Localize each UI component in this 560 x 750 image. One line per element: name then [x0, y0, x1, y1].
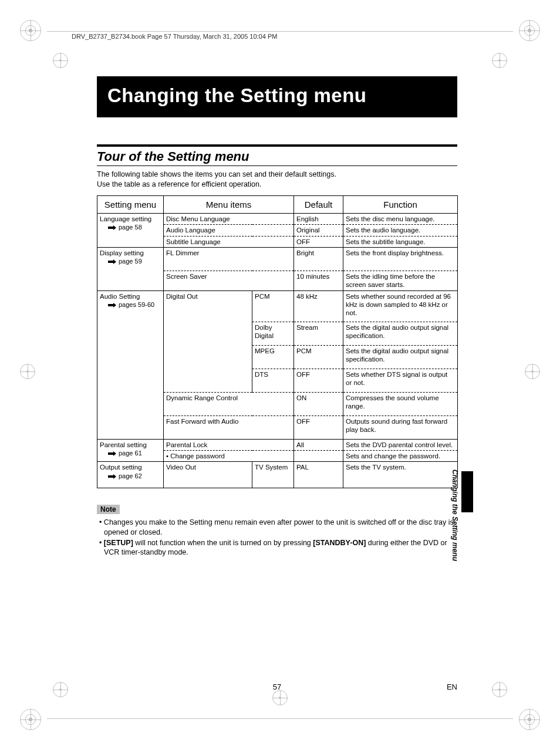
note-bold: [SETUP] — [104, 539, 133, 547]
crop-line — [47, 718, 513, 719]
language-code: EN — [447, 683, 457, 691]
page-ref-arrow-icon — [108, 451, 116, 456]
col-header-function: Function — [343, 195, 458, 213]
chapter-title: Changing the Setting menu — [97, 76, 457, 117]
item-function: Sets the digital audio output signal spe… — [343, 322, 458, 345]
page-ref-arrow-icon — [108, 474, 116, 479]
category-cell: Language setting page 58 — [97, 213, 164, 247]
running-head: DRV_B2737_B2734.book Page 57 Thursday, M… — [72, 33, 277, 40]
page-ref: page 59 — [119, 258, 142, 266]
category-name: Language setting — [100, 215, 161, 223]
page-ref: page 58 — [119, 224, 142, 232]
item-name: Audio Language — [164, 225, 294, 236]
item-function: Sets the TV system. — [343, 462, 458, 488]
item-name: Digital Out — [164, 290, 252, 392]
registration-mark-icon — [20, 709, 41, 730]
side-thumb-tab — [461, 471, 473, 512]
item-default: 10 minutes — [294, 271, 343, 290]
category-cell: Parental setting page 61 — [97, 439, 164, 462]
item-function: Sets whether sound recorded at 96 kHz is… — [343, 290, 458, 322]
col-header-default: Default — [294, 195, 343, 213]
note-item: Changes you make to the Setting menu rem… — [99, 518, 457, 537]
crop-line — [47, 31, 513, 32]
registration-mark-icon — [53, 53, 68, 68]
item-default: All — [294, 439, 343, 450]
intro-line: Use the table as a reference for efficie… — [97, 180, 262, 188]
item-function: Sets the DVD parental control level. — [343, 439, 458, 450]
col-header-menu-items: Menu items — [164, 195, 294, 213]
item-function: Compresses the sound volume range. — [343, 392, 458, 415]
item-function: Sets whether DTS signal is output or not… — [343, 369, 458, 392]
category-name: Display setting — [100, 249, 161, 257]
page-footer: 57 EN — [97, 683, 457, 691]
section-title: Tour of the Setting menu — [97, 149, 457, 166]
item-default: Bright — [294, 247, 343, 271]
item-default: PCM — [294, 345, 343, 369]
section-divider — [97, 144, 457, 147]
page: DRV_B2737_B2734.book Page 57 Thursday, M… — [0, 0, 560, 750]
registration-mark-icon — [272, 690, 288, 705]
item-default: PAL — [294, 462, 343, 488]
sub-item-name: PCM — [252, 290, 294, 322]
registration-mark-icon — [519, 20, 540, 41]
registration-mark-icon — [492, 53, 507, 68]
page-ref: pages 59-60 — [119, 301, 154, 309]
intro-line: The following table shows the items you … — [97, 170, 336, 178]
item-function: Sets and change the password. — [343, 451, 458, 462]
item-function: Sets the front display brightness. — [343, 247, 458, 271]
note-label: Note — [97, 505, 120, 514]
item-default: OFF — [294, 236, 343, 247]
category-name: Audio Setting — [100, 292, 161, 300]
registration-mark-icon — [525, 364, 540, 379]
item-name: Parental Lock — [164, 439, 294, 450]
sub-item-name: MPEG — [252, 345, 294, 369]
item-name: • Change password — [164, 451, 294, 462]
note-text: will not function when the unit is turne… — [133, 539, 313, 547]
registration-mark-icon — [492, 682, 507, 697]
item-default: ON — [294, 392, 343, 415]
page-ref: page 61 — [119, 450, 142, 458]
category-cell: Audio Setting pages 59-60 — [97, 290, 164, 439]
category-name: Output setting — [100, 463, 161, 471]
sub-item-name: DTS — [252, 369, 294, 392]
item-function: Sets the audio language. — [343, 225, 458, 236]
item-default: Original — [294, 225, 343, 236]
registration-mark-icon — [519, 709, 540, 730]
sub-item-name: TV System — [252, 462, 294, 488]
settings-table: Setting menu Menu items Default Function… — [97, 195, 458, 489]
item-default: English — [294, 213, 343, 224]
category-name: Parental setting — [100, 441, 161, 449]
page-ref-arrow-icon — [108, 259, 116, 264]
registration-mark-icon — [20, 20, 41, 41]
item-name: Disc Menu Language — [164, 213, 294, 224]
note-block: Note Changes you make to the Setting men… — [97, 505, 457, 557]
item-name: Fast Forward with Audio — [164, 415, 294, 439]
registration-mark-icon — [53, 682, 68, 697]
note-item: [SETUP] will not function when the unit … — [99, 538, 457, 558]
item-name: Screen Saver — [164, 271, 294, 290]
item-function: Outputs sound during fast forward play b… — [343, 415, 458, 439]
item-function: Sets the subtitle language. — [343, 236, 458, 247]
item-default: Stream — [294, 322, 343, 345]
item-default: OFF — [294, 369, 343, 392]
page-number: 57 — [273, 683, 281, 691]
item-default: OFF — [294, 415, 343, 439]
registration-mark-icon — [20, 364, 35, 379]
content-area: Changing the Setting menu Tour of the Se… — [97, 76, 457, 558]
page-ref-arrow-icon — [108, 303, 116, 308]
sub-item-name: Dolby Digital — [252, 322, 294, 345]
item-function: Sets the digital audio output signal spe… — [343, 345, 458, 369]
item-name: Dynamic Range Control — [164, 392, 294, 415]
item-default: 48 kHz — [294, 290, 343, 322]
note-bold: [STANDBY-ON] — [313, 539, 366, 547]
category-cell: Output setting page 62 — [97, 462, 164, 488]
page-ref: page 62 — [119, 472, 142, 481]
col-header-setting-menu: Setting menu — [97, 195, 164, 213]
item-name: Video Out — [164, 462, 252, 488]
item-default — [294, 451, 343, 462]
item-name: FL Dimmer — [164, 247, 294, 271]
intro-text: The following table shows the items you … — [97, 170, 457, 190]
item-function: Sets the idling time before the screen s… — [343, 271, 458, 290]
category-cell: Display setting page 59 — [97, 247, 164, 290]
page-ref-arrow-icon — [108, 225, 116, 230]
